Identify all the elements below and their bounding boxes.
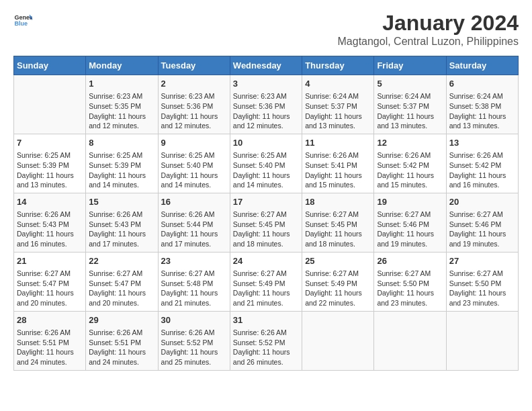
cell-content-line: Sunrise: 6:25 AM <box>89 150 154 161</box>
cell-content-line: Daylight: 11 hours and 14 minutes. <box>89 171 154 190</box>
day-number: 4 <box>305 78 371 90</box>
cell-content-line: Sunrise: 6:27 AM <box>449 210 515 220</box>
cell-content-line: Sunset: 5:45 PM <box>233 220 299 230</box>
header-saturday: Saturday <box>446 56 518 75</box>
cell-content-line: Sunrise: 6:27 AM <box>305 269 371 279</box>
cell-content-line: Sunrise: 6:26 AM <box>305 150 371 161</box>
cell-content-line: Sunrise: 6:24 AM <box>377 91 443 101</box>
cell-content-line: Sunrise: 6:26 AM <box>233 328 299 338</box>
calendar-table: Sunday Monday Tuesday Wednesday Thursday… <box>13 56 519 371</box>
day-number: 21 <box>17 255 83 267</box>
calendar-cell: 21Sunrise: 6:27 AMSunset: 5:47 PMDayligh… <box>14 252 86 311</box>
calendar-header-row: Sunday Monday Tuesday Wednesday Thursday… <box>14 56 519 75</box>
calendar-cell: 19Sunrise: 6:27 AMSunset: 5:46 PMDayligh… <box>374 193 446 252</box>
day-number: 17 <box>233 196 299 208</box>
calendar-cell: 3Sunrise: 6:23 AMSunset: 5:36 PMDaylight… <box>230 75 302 134</box>
cell-content-line: Sunrise: 6:27 AM <box>17 269 83 279</box>
day-number: 23 <box>161 255 227 267</box>
cell-content-line: Daylight: 11 hours and 24 minutes. <box>17 347 83 367</box>
calendar-cell: 27Sunrise: 6:27 AMSunset: 5:50 PMDayligh… <box>446 252 518 311</box>
day-number: 20 <box>449 196 515 208</box>
cell-content-line: Sunset: 5:35 PM <box>89 101 154 111</box>
cell-content-line: Daylight: 11 hours and 13 minutes. <box>377 111 443 131</box>
cell-content-line: Daylight: 11 hours and 16 minutes. <box>449 171 515 190</box>
cell-content-line: Sunrise: 6:26 AM <box>89 210 154 220</box>
day-number: 31 <box>233 314 299 326</box>
calendar-cell: 25Sunrise: 6:27 AMSunset: 5:49 PMDayligh… <box>302 252 374 311</box>
cell-content-line: Sunset: 5:41 PM <box>305 161 371 171</box>
cell-content-line: Sunset: 5:46 PM <box>449 220 515 230</box>
day-number: 16 <box>161 196 227 208</box>
cell-content-line: Sunset: 5:47 PM <box>17 279 83 289</box>
cell-content-line: Daylight: 11 hours and 17 minutes. <box>161 229 227 248</box>
svg-text:Blue: Blue <box>14 20 28 27</box>
cell-content-line: Daylight: 11 hours and 18 minutes. <box>233 229 299 248</box>
header-tuesday: Tuesday <box>158 56 230 75</box>
cell-content-line: Daylight: 11 hours and 15 minutes. <box>377 171 443 190</box>
cell-content-line: Sunset: 5:52 PM <box>161 338 227 348</box>
cell-content-line: Daylight: 11 hours and 20 minutes. <box>17 288 83 308</box>
cell-content-line: Sunrise: 6:24 AM <box>449 91 515 101</box>
cell-content-line: Daylight: 11 hours and 26 minutes. <box>233 347 299 367</box>
calendar-cell: 20Sunrise: 6:27 AMSunset: 5:46 PMDayligh… <box>446 193 518 252</box>
day-number: 8 <box>89 137 154 149</box>
cell-content-line: Daylight: 11 hours and 13 minutes. <box>305 111 371 131</box>
calendar-cell: 7Sunrise: 6:25 AMSunset: 5:39 PMDaylight… <box>14 134 86 193</box>
cell-content-line: Sunrise: 6:26 AM <box>449 150 515 161</box>
cell-content-line: Sunset: 5:38 PM <box>449 101 515 111</box>
day-number: 14 <box>17 196 83 208</box>
calendar-cell: 13Sunrise: 6:26 AMSunset: 5:42 PMDayligh… <box>446 134 518 193</box>
day-number: 3 <box>233 78 299 90</box>
calendar-cell: 31Sunrise: 6:26 AMSunset: 5:52 PMDayligh… <box>230 311 302 370</box>
calendar-subtitle: Magtangol, Central Luzon, Philippines <box>338 36 519 48</box>
cell-content-line: Daylight: 11 hours and 21 minutes. <box>161 288 227 308</box>
cell-content-line: Sunset: 5:50 PM <box>377 279 443 289</box>
calendar-cell: 23Sunrise: 6:27 AMSunset: 5:48 PMDayligh… <box>158 252 230 311</box>
cell-content-line: Sunrise: 6:27 AM <box>377 269 443 279</box>
cell-content-line: Sunset: 5:40 PM <box>161 161 227 171</box>
day-number: 11 <box>305 137 371 149</box>
cell-content-line: Daylight: 11 hours and 17 minutes. <box>89 229 154 248</box>
day-number: 13 <box>449 137 515 149</box>
cell-content-line: Sunrise: 6:27 AM <box>89 269 154 279</box>
cell-content-line: Sunset: 5:51 PM <box>89 338 154 348</box>
calendar-cell: 28Sunrise: 6:26 AMSunset: 5:51 PMDayligh… <box>14 311 86 370</box>
calendar-week-row: 21Sunrise: 6:27 AMSunset: 5:47 PMDayligh… <box>14 252 519 311</box>
cell-content-line: Sunset: 5:52 PM <box>233 338 299 348</box>
calendar-cell: 26Sunrise: 6:27 AMSunset: 5:50 PMDayligh… <box>374 252 446 311</box>
cell-content-line: Sunset: 5:46 PM <box>377 220 443 230</box>
cell-content-line: Daylight: 11 hours and 12 minutes. <box>89 111 154 131</box>
cell-content-line: Sunset: 5:42 PM <box>449 161 515 171</box>
calendar-cell: 15Sunrise: 6:26 AMSunset: 5:43 PMDayligh… <box>86 193 158 252</box>
cell-content-line: Sunset: 5:39 PM <box>17 161 83 171</box>
day-number: 28 <box>17 314 83 326</box>
header: General Blue January 2024 Magtangol, Cen… <box>13 11 519 48</box>
cell-content-line: Daylight: 11 hours and 24 minutes. <box>89 347 154 367</box>
calendar-cell: 2Sunrise: 6:23 AMSunset: 5:36 PMDaylight… <box>158 75 230 134</box>
calendar-cell: 14Sunrise: 6:26 AMSunset: 5:43 PMDayligh… <box>14 193 86 252</box>
cell-content-line: Sunrise: 6:25 AM <box>161 150 227 161</box>
cell-content-line: Daylight: 11 hours and 16 minutes. <box>17 229 83 248</box>
calendar-cell: 4Sunrise: 6:24 AMSunset: 5:37 PMDaylight… <box>302 75 374 134</box>
cell-content-line: Sunset: 5:44 PM <box>161 220 227 230</box>
cell-content-line: Sunrise: 6:26 AM <box>161 328 227 338</box>
day-number: 1 <box>89 78 154 90</box>
title-area: January 2024 Magtangol, Central Luzon, P… <box>338 11 519 48</box>
calendar-cell: 22Sunrise: 6:27 AMSunset: 5:47 PMDayligh… <box>86 252 158 311</box>
calendar-cell: 12Sunrise: 6:26 AMSunset: 5:42 PMDayligh… <box>374 134 446 193</box>
cell-content-line: Sunrise: 6:23 AM <box>233 91 299 101</box>
cell-content-line: Sunset: 5:36 PM <box>161 101 227 111</box>
day-number: 15 <box>89 196 154 208</box>
calendar-cell: 9Sunrise: 6:25 AMSunset: 5:40 PMDaylight… <box>158 134 230 193</box>
calendar-cell: 10Sunrise: 6:25 AMSunset: 5:40 PMDayligh… <box>230 134 302 193</box>
calendar-cell: 6Sunrise: 6:24 AMSunset: 5:38 PMDaylight… <box>446 75 518 134</box>
cell-content-line: Sunrise: 6:23 AM <box>89 91 154 101</box>
cell-content-line: Sunrise: 6:26 AM <box>377 150 443 161</box>
cell-content-line: Daylight: 11 hours and 12 minutes. <box>233 111 299 131</box>
cell-content-line: Sunset: 5:48 PM <box>161 279 227 289</box>
cell-content-line: Sunrise: 6:24 AM <box>305 91 371 101</box>
day-number: 10 <box>233 137 299 149</box>
cell-content-line: Sunrise: 6:23 AM <box>161 91 227 101</box>
cell-content-line: Sunset: 5:49 PM <box>233 279 299 289</box>
cell-content-line: Sunrise: 6:27 AM <box>161 269 227 279</box>
